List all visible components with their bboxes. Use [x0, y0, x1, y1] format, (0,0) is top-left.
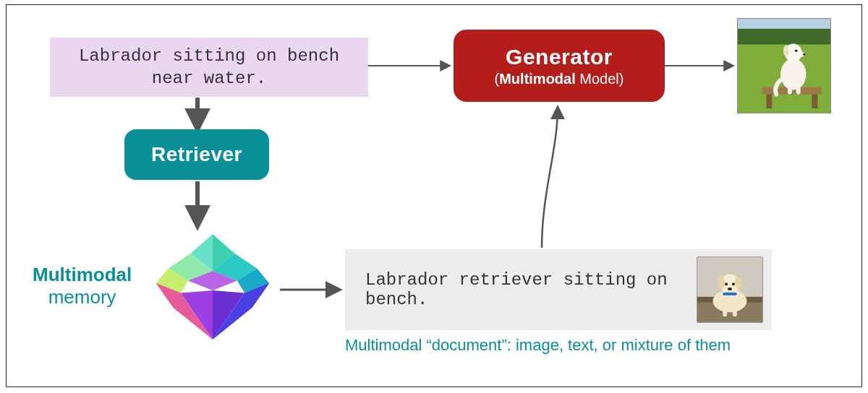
retrieved-document: Labrador retriever sitting on bench.	[345, 249, 772, 330]
retriever-label: Retriever	[151, 143, 242, 166]
svg-rect-46	[796, 82, 801, 95]
svg-rect-45	[788, 82, 792, 95]
generated-output-image	[737, 18, 831, 113]
document-caption: Multimodal “document”: image, text, or m…	[345, 336, 731, 355]
svg-rect-37	[766, 94, 772, 108]
diagram-canvas: Labrador sitting on bench near water. Re…	[6, 4, 862, 387]
svg-point-27	[725, 282, 728, 285]
svg-point-39	[780, 59, 806, 90]
memory-label-rest: memory	[33, 286, 132, 308]
generator-block: Generator (Multimodal Model)	[454, 30, 665, 102]
svg-point-44	[783, 45, 789, 56]
svg-point-42	[803, 53, 805, 56]
retrieved-document-text: Labrador retriever sitting on bench.	[365, 270, 685, 309]
retriever-block: Retriever	[124, 129, 269, 180]
svg-point-29	[728, 288, 732, 290]
svg-rect-30	[723, 293, 737, 295]
svg-rect-34	[738, 29, 830, 46]
svg-rect-38	[812, 94, 817, 108]
generator-subtitle: (Multimodal Model)	[495, 70, 624, 88]
svg-point-43	[795, 50, 798, 53]
diamond-icon	[151, 229, 274, 345]
input-prompt: Labrador sitting on bench near water.	[50, 38, 368, 97]
svg-rect-31	[723, 304, 727, 317]
svg-point-28	[732, 282, 735, 285]
retrieved-document-thumbnail	[697, 256, 763, 323]
svg-rect-32	[733, 304, 737, 317]
input-prompt-text: Labrador sitting on bench near water.	[64, 45, 354, 90]
svg-point-26	[735, 276, 742, 289]
memory-label-bold: Multimodal	[33, 264, 132, 286]
memory-label: Multimodal memory	[33, 264, 132, 308]
generator-title: Generator	[506, 43, 613, 71]
svg-point-25	[718, 276, 725, 289]
